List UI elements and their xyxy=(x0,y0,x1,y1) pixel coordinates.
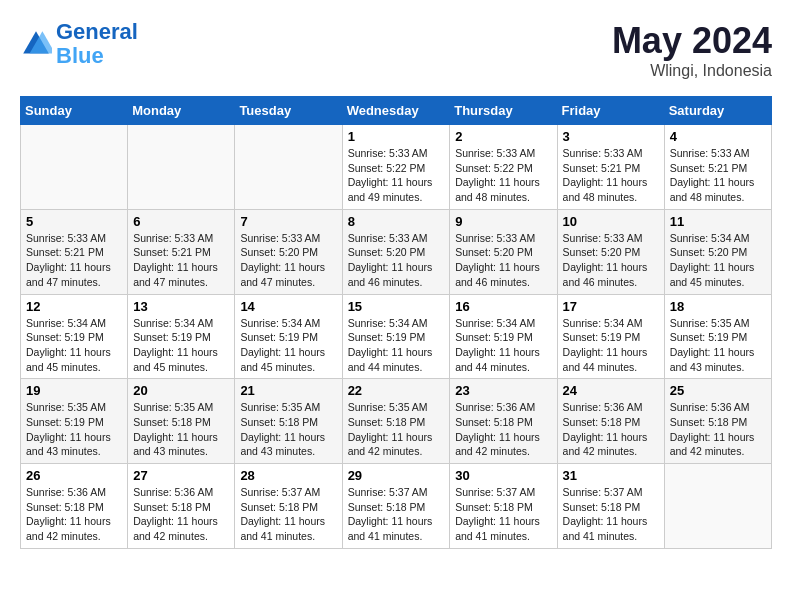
day-info: Sunrise: 5:33 AM Sunset: 5:21 PM Dayligh… xyxy=(670,146,766,205)
calendar-table: SundayMondayTuesdayWednesdayThursdayFrid… xyxy=(20,96,772,549)
day-number: 14 xyxy=(240,299,336,314)
calendar-cell: 23Sunrise: 5:36 AM Sunset: 5:18 PM Dayli… xyxy=(450,379,557,464)
calendar-week-4: 19Sunrise: 5:35 AM Sunset: 5:19 PM Dayli… xyxy=(21,379,772,464)
day-number: 28 xyxy=(240,468,336,483)
calendar-cell: 6Sunrise: 5:33 AM Sunset: 5:21 PM Daylig… xyxy=(128,209,235,294)
day-number: 7 xyxy=(240,214,336,229)
calendar-week-3: 12Sunrise: 5:34 AM Sunset: 5:19 PM Dayli… xyxy=(21,294,772,379)
calendar-week-1: 1Sunrise: 5:33 AM Sunset: 5:22 PM Daylig… xyxy=(21,125,772,210)
page-header: General Blue May 2024 Wlingi, Indonesia xyxy=(20,20,772,80)
day-number: 10 xyxy=(563,214,659,229)
weekday-header-monday: Monday xyxy=(128,97,235,125)
day-number: 12 xyxy=(26,299,122,314)
day-number: 6 xyxy=(133,214,229,229)
day-info: Sunrise: 5:37 AM Sunset: 5:18 PM Dayligh… xyxy=(563,485,659,544)
calendar-cell: 28Sunrise: 5:37 AM Sunset: 5:18 PM Dayli… xyxy=(235,464,342,549)
weekday-header-row: SundayMondayTuesdayWednesdayThursdayFrid… xyxy=(21,97,772,125)
location: Wlingi, Indonesia xyxy=(612,62,772,80)
day-info: Sunrise: 5:36 AM Sunset: 5:18 PM Dayligh… xyxy=(670,400,766,459)
day-info: Sunrise: 5:33 AM Sunset: 5:22 PM Dayligh… xyxy=(348,146,445,205)
title-block: May 2024 Wlingi, Indonesia xyxy=(612,20,772,80)
weekday-header-wednesday: Wednesday xyxy=(342,97,450,125)
logo: General Blue xyxy=(20,20,138,68)
day-info: Sunrise: 5:34 AM Sunset: 5:20 PM Dayligh… xyxy=(670,231,766,290)
month-title: May 2024 xyxy=(612,20,772,62)
day-number: 21 xyxy=(240,383,336,398)
day-info: Sunrise: 5:33 AM Sunset: 5:20 PM Dayligh… xyxy=(348,231,445,290)
day-number: 11 xyxy=(670,214,766,229)
day-number: 31 xyxy=(563,468,659,483)
day-number: 25 xyxy=(670,383,766,398)
day-number: 19 xyxy=(26,383,122,398)
day-number: 9 xyxy=(455,214,551,229)
calendar-cell: 19Sunrise: 5:35 AM Sunset: 5:19 PM Dayli… xyxy=(21,379,128,464)
day-info: Sunrise: 5:35 AM Sunset: 5:18 PM Dayligh… xyxy=(240,400,336,459)
calendar-cell: 2Sunrise: 5:33 AM Sunset: 5:22 PM Daylig… xyxy=(450,125,557,210)
day-info: Sunrise: 5:34 AM Sunset: 5:19 PM Dayligh… xyxy=(133,316,229,375)
day-number: 29 xyxy=(348,468,445,483)
day-info: Sunrise: 5:33 AM Sunset: 5:20 PM Dayligh… xyxy=(455,231,551,290)
day-info: Sunrise: 5:34 AM Sunset: 5:19 PM Dayligh… xyxy=(348,316,445,375)
calendar-cell xyxy=(235,125,342,210)
logo-text: General Blue xyxy=(56,20,138,68)
calendar-cell: 24Sunrise: 5:36 AM Sunset: 5:18 PM Dayli… xyxy=(557,379,664,464)
day-info: Sunrise: 5:34 AM Sunset: 5:19 PM Dayligh… xyxy=(455,316,551,375)
day-number: 30 xyxy=(455,468,551,483)
day-info: Sunrise: 5:34 AM Sunset: 5:19 PM Dayligh… xyxy=(563,316,659,375)
day-info: Sunrise: 5:37 AM Sunset: 5:18 PM Dayligh… xyxy=(455,485,551,544)
day-number: 22 xyxy=(348,383,445,398)
weekday-header-saturday: Saturday xyxy=(664,97,771,125)
day-info: Sunrise: 5:35 AM Sunset: 5:18 PM Dayligh… xyxy=(133,400,229,459)
day-number: 15 xyxy=(348,299,445,314)
weekday-header-sunday: Sunday xyxy=(21,97,128,125)
calendar-cell xyxy=(664,464,771,549)
calendar-cell xyxy=(21,125,128,210)
calendar-cell: 26Sunrise: 5:36 AM Sunset: 5:18 PM Dayli… xyxy=(21,464,128,549)
day-info: Sunrise: 5:33 AM Sunset: 5:21 PM Dayligh… xyxy=(133,231,229,290)
calendar-cell: 27Sunrise: 5:36 AM Sunset: 5:18 PM Dayli… xyxy=(128,464,235,549)
calendar-cell: 9Sunrise: 5:33 AM Sunset: 5:20 PM Daylig… xyxy=(450,209,557,294)
day-info: Sunrise: 5:36 AM Sunset: 5:18 PM Dayligh… xyxy=(26,485,122,544)
weekday-header-thursday: Thursday xyxy=(450,97,557,125)
calendar-cell: 15Sunrise: 5:34 AM Sunset: 5:19 PM Dayli… xyxy=(342,294,450,379)
calendar-cell: 3Sunrise: 5:33 AM Sunset: 5:21 PM Daylig… xyxy=(557,125,664,210)
calendar-cell: 18Sunrise: 5:35 AM Sunset: 5:19 PM Dayli… xyxy=(664,294,771,379)
day-info: Sunrise: 5:36 AM Sunset: 5:18 PM Dayligh… xyxy=(455,400,551,459)
day-number: 8 xyxy=(348,214,445,229)
calendar-cell: 21Sunrise: 5:35 AM Sunset: 5:18 PM Dayli… xyxy=(235,379,342,464)
day-number: 26 xyxy=(26,468,122,483)
calendar-cell: 14Sunrise: 5:34 AM Sunset: 5:19 PM Dayli… xyxy=(235,294,342,379)
calendar-cell: 11Sunrise: 5:34 AM Sunset: 5:20 PM Dayli… xyxy=(664,209,771,294)
calendar-cell: 30Sunrise: 5:37 AM Sunset: 5:18 PM Dayli… xyxy=(450,464,557,549)
calendar-cell: 4Sunrise: 5:33 AM Sunset: 5:21 PM Daylig… xyxy=(664,125,771,210)
logo-icon xyxy=(20,28,52,60)
day-info: Sunrise: 5:36 AM Sunset: 5:18 PM Dayligh… xyxy=(133,485,229,544)
calendar-cell: 22Sunrise: 5:35 AM Sunset: 5:18 PM Dayli… xyxy=(342,379,450,464)
day-info: Sunrise: 5:33 AM Sunset: 5:20 PM Dayligh… xyxy=(240,231,336,290)
day-info: Sunrise: 5:33 AM Sunset: 5:21 PM Dayligh… xyxy=(26,231,122,290)
day-info: Sunrise: 5:37 AM Sunset: 5:18 PM Dayligh… xyxy=(240,485,336,544)
calendar-cell: 12Sunrise: 5:34 AM Sunset: 5:19 PM Dayli… xyxy=(21,294,128,379)
day-number: 16 xyxy=(455,299,551,314)
calendar-cell: 1Sunrise: 5:33 AM Sunset: 5:22 PM Daylig… xyxy=(342,125,450,210)
day-info: Sunrise: 5:33 AM Sunset: 5:21 PM Dayligh… xyxy=(563,146,659,205)
day-info: Sunrise: 5:37 AM Sunset: 5:18 PM Dayligh… xyxy=(348,485,445,544)
calendar-cell: 7Sunrise: 5:33 AM Sunset: 5:20 PM Daylig… xyxy=(235,209,342,294)
day-number: 13 xyxy=(133,299,229,314)
day-number: 23 xyxy=(455,383,551,398)
calendar-cell: 10Sunrise: 5:33 AM Sunset: 5:20 PM Dayli… xyxy=(557,209,664,294)
day-info: Sunrise: 5:34 AM Sunset: 5:19 PM Dayligh… xyxy=(26,316,122,375)
day-info: Sunrise: 5:35 AM Sunset: 5:18 PM Dayligh… xyxy=(348,400,445,459)
day-number: 27 xyxy=(133,468,229,483)
calendar-cell: 25Sunrise: 5:36 AM Sunset: 5:18 PM Dayli… xyxy=(664,379,771,464)
day-info: Sunrise: 5:33 AM Sunset: 5:20 PM Dayligh… xyxy=(563,231,659,290)
calendar-week-2: 5Sunrise: 5:33 AM Sunset: 5:21 PM Daylig… xyxy=(21,209,772,294)
day-info: Sunrise: 5:35 AM Sunset: 5:19 PM Dayligh… xyxy=(670,316,766,375)
calendar-cell: 20Sunrise: 5:35 AM Sunset: 5:18 PM Dayli… xyxy=(128,379,235,464)
calendar-cell: 29Sunrise: 5:37 AM Sunset: 5:18 PM Dayli… xyxy=(342,464,450,549)
day-info: Sunrise: 5:34 AM Sunset: 5:19 PM Dayligh… xyxy=(240,316,336,375)
weekday-header-tuesday: Tuesday xyxy=(235,97,342,125)
calendar-cell: 17Sunrise: 5:34 AM Sunset: 5:19 PM Dayli… xyxy=(557,294,664,379)
calendar-cell xyxy=(128,125,235,210)
day-number: 18 xyxy=(670,299,766,314)
